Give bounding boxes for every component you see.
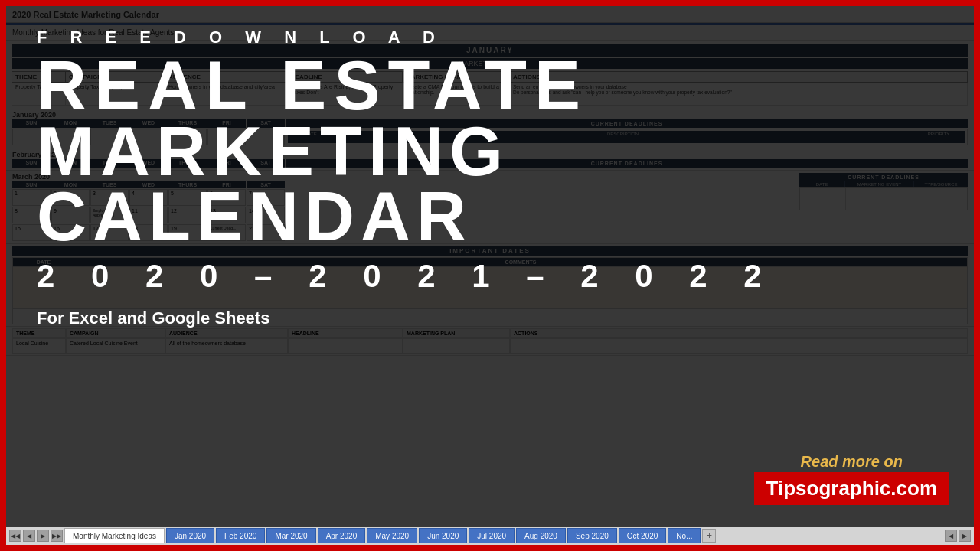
tab-oct-2020[interactable]: Oct 2020: [619, 528, 667, 543]
tab-mar-2020[interactable]: Mar 2020: [266, 528, 315, 543]
read-more-bottom[interactable]: Tipsographic.com: [754, 472, 949, 505]
years-line: 2 0 2 0 – 2 0 2 1 – 2 0 2 2: [37, 258, 943, 295]
read-more-top: Read more on: [754, 453, 949, 471]
tab-jun-2020[interactable]: Jun 2020: [419, 528, 467, 543]
free-download-label: F R E E D O W N L O A D: [37, 28, 943, 47]
main-title-line1: REAL ESTATE: [37, 54, 943, 119]
tab-aug-2020[interactable]: Aug 2020: [516, 528, 566, 543]
tab-scroll-controls: ◀ ▶: [945, 530, 971, 542]
overlay-subtitle: For Excel and Google Sheets: [37, 308, 943, 328]
main-title-line2: MARKETING CALENDAR: [37, 119, 943, 250]
tab-add-button[interactable]: +: [702, 529, 716, 543]
tab-jan-2020[interactable]: Jan 2020: [166, 528, 214, 543]
scroll-right-btn[interactable]: ▶: [959, 530, 971, 542]
tab-sep-2020[interactable]: Sep 2020: [567, 528, 617, 543]
tab-nav-right[interactable]: ▶: [37, 530, 49, 542]
scroll-left-btn[interactable]: ◀: [945, 530, 957, 542]
tab-feb-2020[interactable]: Feb 2020: [216, 528, 265, 543]
right-border: [974, 0, 980, 551]
read-more-box[interactable]: Read more on Tipsographic.com: [754, 453, 949, 505]
tab-monthly-marketing[interactable]: Monthly Marketing Ideas: [64, 528, 165, 543]
tab-nov-2020[interactable]: No...: [668, 528, 701, 543]
bottom-border: [0, 545, 980, 551]
tab-nav-left-left[interactable]: ◀◀: [9, 530, 21, 542]
tab-may-2020[interactable]: May 2020: [367, 528, 417, 543]
tab-bar: ◀◀ ◀ ▶ ▶▶ Monthly Marketing Ideas Jan 20…: [6, 527, 974, 545]
tab-jul-2020[interactable]: Jul 2020: [469, 528, 514, 543]
left-border: [0, 0, 6, 551]
top-border: [0, 0, 980, 6]
tab-nav-left[interactable]: ◀: [23, 530, 35, 542]
tab-nav-right-right[interactable]: ▶▶: [51, 530, 63, 542]
tab-apr-2020[interactable]: Apr 2020: [318, 528, 366, 543]
read-more-url: Tipsographic.com: [766, 477, 937, 500]
